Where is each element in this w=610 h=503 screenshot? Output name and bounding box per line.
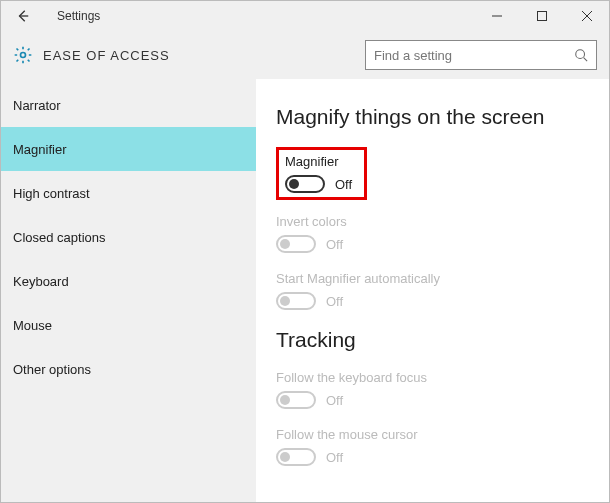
header: EASE OF ACCESS bbox=[1, 31, 609, 79]
mousecursor-toggle bbox=[276, 448, 316, 466]
highlight-box: Magnifier Off bbox=[276, 147, 367, 200]
invert-toggle-state: Off bbox=[326, 237, 343, 252]
setting-invert-colors: Invert colors Off bbox=[276, 214, 589, 253]
maximize-button[interactable] bbox=[519, 1, 564, 31]
section-heading-magnify: Magnify things on the screen bbox=[276, 105, 589, 129]
close-icon bbox=[582, 11, 592, 21]
back-button[interactable] bbox=[9, 2, 37, 30]
magnifier-toggle-row: Off bbox=[285, 175, 352, 193]
body: Narrator Magnifier High contrast Closed … bbox=[1, 79, 609, 502]
magnifier-toggle[interactable] bbox=[285, 175, 325, 193]
sidebar-item-high-contrast[interactable]: High contrast bbox=[1, 171, 256, 215]
search-icon bbox=[574, 48, 588, 62]
svg-rect-2 bbox=[537, 12, 546, 21]
mousecursor-label: Follow the mouse cursor bbox=[276, 427, 589, 442]
sidebar-item-mouse[interactable]: Mouse bbox=[1, 303, 256, 347]
kbfocus-label: Follow the keyboard focus bbox=[276, 370, 589, 385]
sidebar-item-narrator[interactable]: Narrator bbox=[1, 83, 256, 127]
kbfocus-toggle-state: Off bbox=[326, 393, 343, 408]
magnifier-label: Magnifier bbox=[285, 154, 352, 169]
autostart-toggle-state: Off bbox=[326, 294, 343, 309]
autostart-toggle bbox=[276, 292, 316, 310]
gear-icon bbox=[13, 45, 33, 65]
sidebar-item-other-options[interactable]: Other options bbox=[1, 347, 256, 391]
svg-line-7 bbox=[584, 58, 588, 62]
search-input[interactable] bbox=[374, 48, 574, 63]
sidebar: Narrator Magnifier High contrast Closed … bbox=[1, 79, 256, 502]
magnifier-toggle-state: Off bbox=[335, 177, 352, 192]
mousecursor-toggle-state: Off bbox=[326, 450, 343, 465]
kbfocus-toggle-row: Off bbox=[276, 391, 589, 409]
svg-point-5 bbox=[21, 53, 26, 58]
sidebar-item-closed-captions[interactable]: Closed captions bbox=[1, 215, 256, 259]
setting-autostart: Start Magnifier automatically Off bbox=[276, 271, 589, 310]
autostart-toggle-row: Off bbox=[276, 292, 589, 310]
svg-point-6 bbox=[576, 50, 585, 59]
invert-toggle bbox=[276, 235, 316, 253]
setting-magnifier: Magnifier Off bbox=[285, 154, 352, 193]
titlebar: Settings bbox=[1, 1, 609, 31]
minimize-icon bbox=[492, 11, 502, 21]
section-heading-tracking: Tracking bbox=[276, 328, 589, 352]
invert-label: Invert colors bbox=[276, 214, 589, 229]
mousecursor-toggle-row: Off bbox=[276, 448, 589, 466]
setting-mousecursor: Follow the mouse cursor Off bbox=[276, 427, 589, 466]
main-content: Magnify things on the screen Magnifier O… bbox=[256, 79, 609, 502]
window-controls bbox=[474, 1, 609, 31]
maximize-icon bbox=[537, 11, 547, 21]
autostart-label: Start Magnifier automatically bbox=[276, 271, 589, 286]
close-button[interactable] bbox=[564, 1, 609, 31]
minimize-button[interactable] bbox=[474, 1, 519, 31]
search-box[interactable] bbox=[365, 40, 597, 70]
setting-kbfocus: Follow the keyboard focus Off bbox=[276, 370, 589, 409]
back-arrow-icon bbox=[16, 9, 30, 23]
window-title: Settings bbox=[57, 9, 474, 23]
kbfocus-toggle bbox=[276, 391, 316, 409]
page-title: EASE OF ACCESS bbox=[43, 48, 365, 63]
sidebar-item-magnifier[interactable]: Magnifier bbox=[1, 127, 256, 171]
sidebar-item-keyboard[interactable]: Keyboard bbox=[1, 259, 256, 303]
invert-toggle-row: Off bbox=[276, 235, 589, 253]
